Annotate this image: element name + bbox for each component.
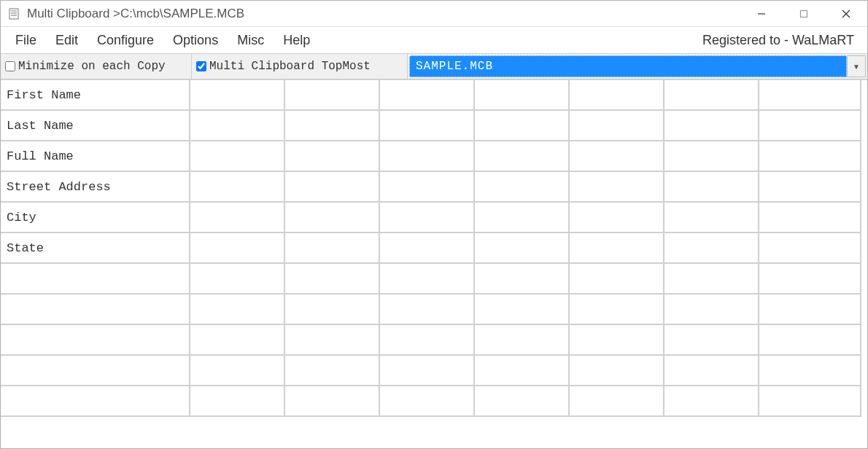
grid-cell[interactable] <box>759 80 861 111</box>
grid-cell[interactable] <box>190 80 285 111</box>
grid-cell[interactable] <box>475 141 570 172</box>
row-label[interactable] <box>1 356 190 386</box>
topmost-checkbox[interactable] <box>196 61 206 71</box>
grid-cell[interactable] <box>759 386 861 417</box>
grid-cell[interactable] <box>285 356 380 386</box>
grid-cell[interactable] <box>759 325 861 356</box>
grid-cell[interactable] <box>570 233 664 264</box>
menu-file[interactable]: File <box>7 30 45 51</box>
grid-cell[interactable] <box>190 264 285 294</box>
menu-configure[interactable]: Configure <box>88 30 163 51</box>
row-label[interactable]: Full Name <box>1 141 190 172</box>
grid-cell[interactable] <box>285 80 380 111</box>
grid-cell[interactable] <box>759 233 861 264</box>
grid-cell[interactable] <box>285 264 380 294</box>
grid-cell[interactable] <box>380 203 475 233</box>
grid-cell[interactable] <box>475 264 570 294</box>
grid-cell[interactable] <box>475 111 570 141</box>
grid-cell[interactable] <box>285 325 380 356</box>
grid-cell[interactable] <box>570 111 664 141</box>
row-label[interactable] <box>1 264 190 294</box>
grid-cell[interactable] <box>190 294 285 325</box>
grid-cell[interactable] <box>759 203 861 233</box>
grid-cell[interactable] <box>190 356 285 386</box>
minimize-button[interactable] <box>740 1 783 26</box>
grid-cell[interactable] <box>380 294 475 325</box>
grid-cell[interactable] <box>759 111 861 141</box>
grid-cell[interactable] <box>664 356 759 386</box>
grid-cell[interactable] <box>380 264 475 294</box>
grid-cell[interactable] <box>759 264 861 294</box>
topmost-option[interactable]: Multi Clipboard TopMost <box>192 54 408 79</box>
grid-cell[interactable] <box>475 356 570 386</box>
grid-cell[interactable] <box>380 386 475 417</box>
grid-cell[interactable] <box>475 386 570 417</box>
grid-cell[interactable] <box>570 356 664 386</box>
grid-cell[interactable] <box>664 386 759 417</box>
grid-cell[interactable] <box>475 325 570 356</box>
grid-cell[interactable] <box>664 294 759 325</box>
grid-cell[interactable] <box>380 233 475 264</box>
grid-cell[interactable] <box>475 233 570 264</box>
grid-cell[interactable] <box>570 386 664 417</box>
minimize-on-copy-checkbox[interactable] <box>5 61 15 71</box>
row-label[interactable] <box>1 294 190 325</box>
grid-cell[interactable] <box>190 325 285 356</box>
grid-cell[interactable] <box>190 172 285 203</box>
grid-cell[interactable] <box>380 80 475 111</box>
grid-cell[interactable] <box>759 294 861 325</box>
grid-cell[interactable] <box>285 294 380 325</box>
grid-cell[interactable] <box>285 111 380 141</box>
grid-cell[interactable] <box>759 356 861 386</box>
grid-cell[interactable] <box>380 325 475 356</box>
grid-cell[interactable] <box>380 172 475 203</box>
grid-cell[interactable] <box>664 172 759 203</box>
maximize-button[interactable] <box>783 1 825 26</box>
grid-cell[interactable] <box>190 141 285 172</box>
grid-cell[interactable] <box>664 264 759 294</box>
dropdown-arrow-icon[interactable]: ▼ <box>847 55 866 77</box>
row-label[interactable]: Last Name <box>1 111 190 141</box>
grid-cell[interactable] <box>664 141 759 172</box>
row-label[interactable]: City <box>1 203 190 233</box>
row-label[interactable]: State <box>1 233 190 264</box>
grid-cell[interactable] <box>664 325 759 356</box>
grid-cell[interactable] <box>570 80 664 111</box>
grid-cell[interactable] <box>759 141 861 172</box>
grid-cell[interactable] <box>475 172 570 203</box>
grid-cell[interactable] <box>285 172 380 203</box>
grid-cell[interactable] <box>190 386 285 417</box>
grid-cell[interactable] <box>285 203 380 233</box>
grid-cell[interactable] <box>475 294 570 325</box>
grid-cell[interactable] <box>570 325 664 356</box>
grid-cell[interactable] <box>664 80 759 111</box>
grid-cell[interactable] <box>190 111 285 141</box>
menu-misc[interactable]: Misc <box>228 30 273 51</box>
grid-cell[interactable] <box>285 233 380 264</box>
row-label[interactable] <box>1 325 190 356</box>
menu-options[interactable]: Options <box>164 30 227 51</box>
file-dropdown[interactable]: SAMPLE.MCB ▼ <box>408 54 867 79</box>
grid-cell[interactable] <box>664 203 759 233</box>
grid-cell[interactable] <box>190 203 285 233</box>
grid-cell[interactable] <box>475 203 570 233</box>
minimize-on-copy-option[interactable]: Minimize on each Copy <box>1 54 192 79</box>
grid-cell[interactable] <box>664 111 759 141</box>
row-label[interactable]: Street Address <box>1 172 190 203</box>
grid-cell[interactable] <box>380 141 475 172</box>
file-dropdown-value[interactable]: SAMPLE.MCB <box>409 55 847 77</box>
grid-cell[interactable] <box>759 172 861 203</box>
row-label[interactable]: First Name <box>1 80 190 111</box>
grid-cell[interactable] <box>570 141 664 172</box>
grid-cell[interactable] <box>190 233 285 264</box>
grid-cell[interactable] <box>664 233 759 264</box>
grid-cell[interactable] <box>570 294 664 325</box>
grid-cell[interactable] <box>380 356 475 386</box>
grid-cell[interactable] <box>380 111 475 141</box>
grid-cell[interactable] <box>285 386 380 417</box>
close-button[interactable] <box>825 1 867 26</box>
grid-cell[interactable] <box>570 203 664 233</box>
row-label[interactable] <box>1 386 190 417</box>
grid-cell[interactable] <box>570 172 664 203</box>
grid-cell[interactable] <box>475 80 570 111</box>
